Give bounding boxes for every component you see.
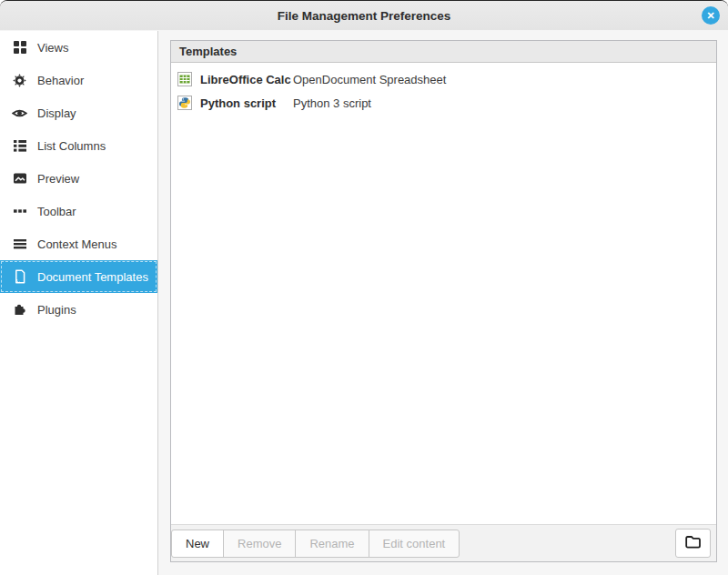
sidebar-item-label: Document Templates (37, 270, 148, 284)
template-row-libreoffice-calc[interactable]: LibreOffice Calc OpenDocument Spreadshee… (171, 67, 716, 91)
template-name: Python script (200, 96, 291, 110)
sidebar-item-document-templates[interactable]: Document Templates (0, 260, 157, 293)
close-button[interactable]: ✕ (702, 6, 720, 25)
remove-button[interactable]: Remove (223, 530, 296, 558)
templates-list: LibreOffice Calc OpenDocument Spreadshee… (171, 63, 716, 524)
template-description: Python 3 script (293, 96, 371, 110)
open-templates-folder-button[interactable] (675, 529, 711, 558)
templates-column-header[interactable]: Templates (171, 41, 716, 63)
folder-icon (684, 534, 702, 552)
document-icon (12, 269, 27, 285)
sidebar-item-label: Plugins (37, 303, 76, 317)
sidebar: Views Behavior Display List Columns (0, 31, 158, 575)
template-name: LibreOffice Calc (200, 73, 291, 86)
libreoffice-calc-icon (177, 72, 192, 86)
sidebar-item-label: Context Menus (37, 237, 116, 251)
sidebar-item-list-columns[interactable]: List Columns (0, 129, 157, 162)
sidebar-item-label: Behavior (37, 74, 84, 87)
image-icon (12, 171, 27, 187)
sidebar-item-label: List Columns (37, 139, 106, 153)
sidebar-item-toolbar[interactable]: Toolbar (0, 195, 157, 227)
sidebar-item-label: Preview (37, 172, 79, 186)
views-grid-icon (12, 40, 27, 55)
template-description: OpenDocument Spreadsheet (293, 73, 446, 86)
sidebar-item-label: Views (37, 41, 68, 55)
python-icon (177, 96, 192, 110)
sidebar-item-views[interactable]: Views (0, 31, 157, 64)
sidebar-item-label: Display (37, 106, 76, 120)
eye-icon (12, 106, 27, 121)
menu-lines-icon (12, 237, 27, 252)
sidebar-item-context-menus[interactable]: Context Menus (0, 227, 157, 260)
templates-toolbar: New Remove Rename Edit content (171, 524, 716, 561)
edit-content-button[interactable]: Edit content (369, 530, 460, 558)
ellipsis-icon (12, 204, 27, 219)
window-title: File Management Preferences (278, 9, 451, 23)
sidebar-item-plugins[interactable]: Plugins (0, 293, 157, 326)
titlebar: File Management Preferences ✕ (0, 1, 728, 31)
sidebar-item-behavior[interactable]: Behavior (0, 64, 157, 96)
sidebar-item-display[interactable]: Display (0, 96, 157, 129)
new-button[interactable]: New (171, 530, 224, 558)
rename-button[interactable]: Rename (295, 530, 369, 558)
main-area: Templates LibreOffice Calc OpenDocument … (158, 31, 728, 575)
preferences-window: File Management Preferences ✕ Views Beha… (0, 0, 728, 575)
list-columns-icon (12, 138, 27, 154)
close-icon: ✕ (706, 11, 714, 21)
sidebar-item-label: Toolbar (37, 205, 76, 218)
templates-button-group: New Remove Rename Edit content (171, 530, 460, 558)
gear-icon (12, 73, 27, 88)
template-row-python-script[interactable]: Python script Python 3 script (171, 91, 716, 115)
templates-panel: Templates LibreOffice Calc OpenDocument … (170, 40, 717, 562)
puzzle-icon (12, 302, 27, 318)
sidebar-item-preview[interactable]: Preview (0, 162, 157, 195)
